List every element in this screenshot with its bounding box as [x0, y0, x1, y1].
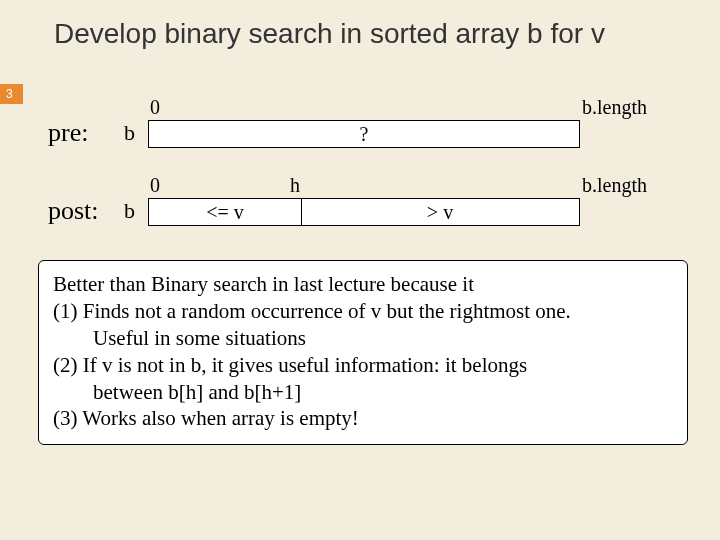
post-label: post:: [48, 196, 99, 226]
slide-title: Develop binary search in sorted array b …: [0, 0, 720, 50]
notes-point-2: (2) If v is not in b, it gives useful in…: [53, 352, 673, 379]
post-array-name: b: [124, 198, 135, 224]
post-index-left: 0: [150, 174, 160, 197]
pre-index-left: 0: [150, 96, 160, 119]
post-index-right: b.length: [582, 174, 647, 197]
notes-intro: Better than Binary search in last lectur…: [53, 271, 673, 298]
pre-label: pre:: [48, 118, 88, 148]
notes-point-1-cont: Useful in some situations: [53, 325, 673, 352]
post-array-bar: <= v > v: [148, 198, 580, 226]
notes-point-2-cont: between b[h] and b[h+1]: [53, 379, 673, 406]
post-index-mid: h: [290, 174, 300, 197]
pre-index-right: b.length: [582, 96, 647, 119]
notes-point-3: (3) Works also when array is empty!: [53, 405, 673, 432]
post-left-region: <= v: [149, 201, 301, 224]
pre-array-bar: ?: [148, 120, 580, 148]
notes-box: Better than Binary search in last lectur…: [38, 260, 688, 445]
pre-array-content: ?: [149, 123, 579, 146]
pre-array-name: b: [124, 120, 135, 146]
notes-point-1: (1) Finds not a random occurrence of v b…: [53, 298, 673, 325]
post-right-region: > v: [301, 201, 579, 224]
page-number-badge: 3: [0, 84, 23, 104]
